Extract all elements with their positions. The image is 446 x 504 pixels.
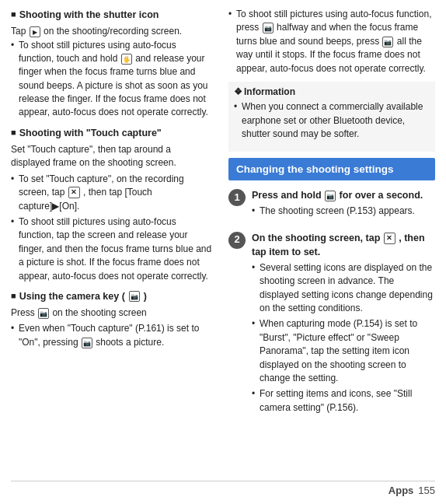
step-2-bullet-2: When capturing mode (P.154) is set to "B… <box>252 317 435 385</box>
step-1-bullet-1: The shooting screen (P.153) appears. <box>252 205 435 218</box>
information-box: Information When you connect a commercia… <box>228 82 435 152</box>
camera-key-icon: 📷 <box>129 291 140 302</box>
step-1-number: 1 <box>228 189 246 206</box>
camera-key-intro: Press 📷 on the shooting screen <box>11 306 213 320</box>
page-number: 155 <box>418 485 435 496</box>
step1-camera-icon: 📷 <box>325 191 336 201</box>
step-2-section: 2 On the shooting screen, tap ✕ , then t… <box>228 231 435 422</box>
camera-af-icon2: 📷 <box>382 37 393 47</box>
camera-af-icon: 📷 <box>263 23 274 33</box>
apps-label: Apps <box>389 485 414 496</box>
shutter-icon-body: Tap ▶ on the shooting/recording screen. … <box>11 25 213 120</box>
step-2-content: On the shooting screen, tap ✕ , then tap… <box>252 231 435 422</box>
camera-key-sq-icon2: 📷 <box>82 338 92 348</box>
camera-key-heading: Using the camera key ( 📷 ) <box>11 289 213 303</box>
step-2-title: On the shooting screen, tap ✕ , then tap… <box>252 231 435 259</box>
camera-key-body: Press 📷 on the shooting screen Even when… <box>11 306 213 349</box>
touch-bullet-2: To shoot still pictures using auto-focus… <box>11 215 213 283</box>
shutter-icon-heading: Shooting with the shutter icon <box>11 8 213 22</box>
step-2-number: 2 <box>228 232 246 249</box>
shutter-bullet-1: To shoot still pictures using auto-focus… <box>11 39 213 120</box>
step-1-title: Press and hold 📷 for over a second. <box>252 188 435 202</box>
step-1-section: 1 Press and hold 📷 for over a second. Th… <box>228 188 435 225</box>
left-column: Shooting with the shutter icon Tap ▶ on … <box>11 8 221 478</box>
touch-bullet-1: To set "Touch capture", on the recording… <box>11 173 213 213</box>
touch-intro: Set "Touch capture", then tap around a d… <box>11 143 213 170</box>
camera-key-sq-icon: 📷 <box>38 308 49 319</box>
right-column: To shoot still pictures using auto-focus… <box>221 8 435 478</box>
finger-icon: 🖐 <box>121 54 132 65</box>
step2-x-icon: ✕ <box>384 233 395 244</box>
page-footer: Apps 155 <box>11 481 435 496</box>
touch-capture-section: Shooting with "Touch capture" Set "Touch… <box>11 126 213 283</box>
step-2-bullet-3: For setting items and icons, see "Still … <box>252 387 435 415</box>
touch-capture-heading: Shooting with "Touch capture" <box>11 126 213 140</box>
changing-settings-banner: Changing the shooting settings <box>228 158 435 181</box>
info-bullet-1: When you connect a commercially availabl… <box>234 100 430 141</box>
shutter-icon-section: Shooting with the shutter icon Tap ▶ on … <box>11 8 213 120</box>
step-1-content: Press and hold 📷 for over a second. The … <box>252 188 435 225</box>
touch-capture-body: Set "Touch capture", then tap around a d… <box>11 143 213 283</box>
camera-key-section: Using the camera key ( 📷 ) Press 📷 on th… <box>11 289 213 349</box>
info-heading: Information <box>234 86 430 99</box>
camera-key-bullet-1: Even when "Touch capture" (P.161) is set… <box>11 322 213 349</box>
camera-icon-inline: ▶ <box>30 26 40 37</box>
right-top-bullet: To shoot still pictures using auto-focus… <box>228 8 435 75</box>
menu-icon-x: ✕ <box>68 187 80 198</box>
step-2-bullet-1: Several setting icons are displayed on t… <box>252 261 435 316</box>
